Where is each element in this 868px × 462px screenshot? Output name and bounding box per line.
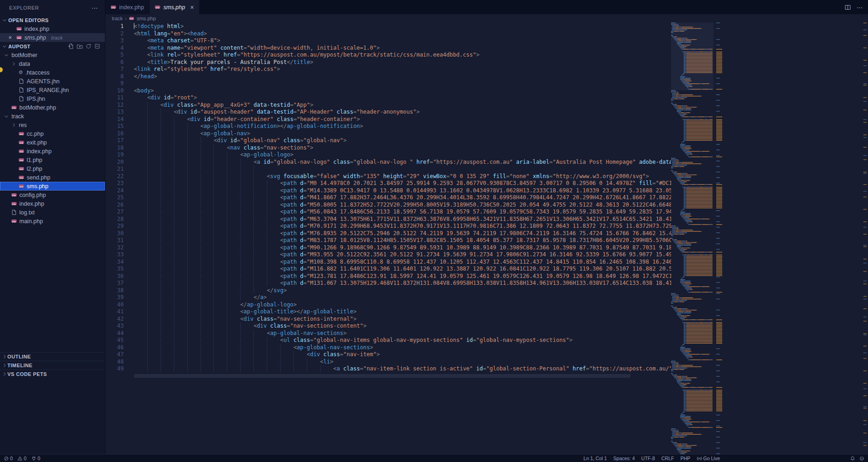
file-item-exit.php[interactable]: phpexit.php xyxy=(0,138,105,147)
tab-sms.php[interactable]: phpsms.php× xyxy=(149,0,199,14)
code-line[interactable]: 5 <link rel="stylesheet" href="https://a… xyxy=(105,52,671,59)
line-number[interactable]: 19 xyxy=(105,151,124,159)
line-number[interactable]: 3 xyxy=(105,37,124,45)
line-number[interactable]: 33 xyxy=(105,251,124,259)
code-text[interactable]: <div id="root"> xyxy=(134,94,671,102)
code-text[interactable]: <nav class="nav-sections"> xyxy=(134,144,671,152)
code-line[interactable]: 47 <div class="nav-item"> xyxy=(105,351,671,358)
line-number[interactable]: 6 xyxy=(105,59,124,66)
code-text[interactable]: </ap-global-logo> xyxy=(134,301,671,309)
code-line[interactable]: 34 <path d="M108.398 8.69958C110.8 8.699… xyxy=(105,259,671,266)
line-number[interactable]: 32 xyxy=(105,244,124,252)
line-number[interactable]: 15 xyxy=(105,123,124,130)
code-text[interactable]: <a id="global-nav-logo" class="global-na… xyxy=(134,159,671,166)
line-number[interactable]: 40 xyxy=(105,301,124,309)
line-number[interactable]: 39 xyxy=(105,294,124,301)
errors-indicator[interactable]: 0 xyxy=(4,456,13,461)
code-line[interactable]: 29 <path d="M70.9171 20.299H68.9453V11.8… xyxy=(105,223,671,230)
code-text[interactable]: <li> xyxy=(134,358,671,366)
open-editors-section-header[interactable]: OPEN EDITORS xyxy=(0,16,105,24)
code-line[interactable]: 13 <div id="auspost-header" data-testid=… xyxy=(105,109,671,116)
file-item-cc.php[interactable]: phpcc.php xyxy=(0,129,105,138)
new-folder-icon[interactable] xyxy=(77,43,83,49)
line-number[interactable]: 27 xyxy=(105,208,124,216)
notification-bell-icon[interactable] xyxy=(850,456,855,461)
workspace-section-header[interactable]: AUPOST xyxy=(0,42,105,51)
code-text[interactable]: <path d="M108.398 8.69958C110.8 8.69958 … xyxy=(134,259,671,266)
new-file-icon[interactable] xyxy=(68,43,74,49)
code-line[interactable]: 3 <meta charset="UTF-8"> xyxy=(105,37,671,45)
line-number[interactable]: 2 xyxy=(105,30,124,38)
code-line[interactable]: 35 <path d="M116.882 11.6401C119.306 11.… xyxy=(105,266,671,273)
file-item-IPS.jhn[interactable]: IPS.jhn xyxy=(0,94,105,103)
code-line[interactable]: 32 <path d="M90.1266 9.18968C90.1266 9.8… xyxy=(105,244,671,252)
feedback-icon[interactable] xyxy=(859,456,864,461)
line-number[interactable]: 38 xyxy=(105,287,124,295)
code-text[interactable]: <div class="nav-item"> xyxy=(134,351,671,358)
code-text[interactable]: <div class="App_app__4xG+3" data-testid=… xyxy=(134,102,671,109)
code-line[interactable]: 23 <path d="M0 14.4978C0 20.7021 3.84597… xyxy=(105,180,671,187)
eol-selector[interactable]: CRLF xyxy=(661,456,674,461)
code-text[interactable]: <path d="M41.8667 17.882H37.2464L36.4376… xyxy=(134,194,671,202)
code-line[interactable]: 1<!doctype html> xyxy=(105,23,671,30)
line-number[interactable]: 7 xyxy=(105,66,124,73)
indentation[interactable]: Spaces: 4 xyxy=(613,456,635,461)
code-text[interactable]: <body> xyxy=(134,87,671,95)
cursor-position[interactable]: Ln 1, Col 1 xyxy=(584,456,607,461)
code-text[interactable]: <div id="auspost-header" data-testid="AP… xyxy=(134,109,671,116)
split-editor-icon[interactable] xyxy=(845,4,851,11)
file-item-sms.php[interactable]: phpsms.php xyxy=(0,182,105,191)
line-number[interactable]: 23 xyxy=(105,180,124,187)
horizontal-scrollbar[interactable] xyxy=(134,374,631,378)
code-text[interactable]: <path d="M131.067 13.3075H129.468V11.837… xyxy=(134,280,671,287)
code-text[interactable]: <path d="M14.3389 0C13.9417 0 13.5488 0.… xyxy=(134,187,671,195)
file-item-IPS_RANGE.jhn[interactable]: IPS_RANGE.jhn xyxy=(0,86,105,94)
code-text[interactable]: <ul class="global-nav-items global-nav-m… xyxy=(134,337,671,344)
code-line[interactable]: 42 <div class="nav-sections-internal"> xyxy=(105,316,671,323)
explorer-more-actions-icon[interactable]: ⋯ xyxy=(92,4,98,12)
code-line[interactable]: 40 </ap-global-logo> xyxy=(105,301,671,309)
code-text[interactable]: <link rel="stylesheet" href="https://aus… xyxy=(134,52,671,59)
code-text[interactable]: <path d="M93.955 20.5122C92.3561 20.5122… xyxy=(134,251,671,259)
code-text[interactable]: <path d="M70.9171 20.299H68.9453V11.8372… xyxy=(134,223,671,230)
code-text[interactable]: </svg> xyxy=(134,287,671,295)
code-line[interactable]: 39 </a> xyxy=(105,294,671,301)
warnings-indicator[interactable]: 0 xyxy=(17,456,27,461)
line-number[interactable]: 11 xyxy=(105,94,124,102)
code-viewport[interactable]: 1<!doctype html>2<html lang="en"><head>3… xyxy=(105,23,671,454)
minimap[interactable] xyxy=(671,23,724,455)
tab-index.php[interactable]: phpindex.php xyxy=(105,0,149,14)
line-number[interactable]: 22 xyxy=(105,173,124,180)
code-line[interactable]: 22 <svg focusable="false" width="135" he… xyxy=(105,173,671,180)
folder-item-track[interactable]: track xyxy=(0,112,105,121)
file-item-l1.php[interactable]: phpl1.php xyxy=(0,156,105,164)
file-item-botMother.php[interactable]: phpbotMother.php xyxy=(0,103,105,112)
code-line[interactable]: 19 <ap-global-logo> xyxy=(105,151,671,159)
code-text[interactable]: <ap-global-nav> xyxy=(134,130,671,138)
line-number[interactable]: 9 xyxy=(105,80,124,87)
code-text[interactable]: <ap-global-nav-sections> xyxy=(134,330,671,337)
line-number[interactable]: 43 xyxy=(105,323,124,330)
line-number[interactable]: 18 xyxy=(105,144,124,152)
outline-section-header[interactable]: OUTLINE xyxy=(0,352,105,361)
code-line[interactable]: 25 <path d="M41.8667 17.882H37.2464L36.4… xyxy=(105,194,671,202)
code-line[interactable]: 8</head> xyxy=(105,73,671,81)
line-number[interactable]: 49 xyxy=(105,365,124,373)
code-line[interactable]: 44 <ap-global-nav-sections> xyxy=(105,330,671,337)
file-item-AGENTS.jhn[interactable]: AGENTS.jhn xyxy=(0,77,105,86)
code-line[interactable]: 10<body> xyxy=(105,87,671,95)
code-text[interactable] xyxy=(134,80,671,87)
refresh-icon[interactable] xyxy=(86,43,92,49)
file-item-index.php[interactable]: phpindex.php xyxy=(0,147,105,156)
line-number[interactable]: 10 xyxy=(105,87,124,95)
line-number[interactable]: 16 xyxy=(105,130,124,138)
line-number[interactable]: 29 xyxy=(105,223,124,230)
file-item-index.php[interactable]: phpindex.php xyxy=(0,199,105,208)
line-number[interactable]: 35 xyxy=(105,266,124,273)
timeline-section-header[interactable]: TIMELINE xyxy=(0,361,105,370)
close-icon[interactable]: × xyxy=(190,4,194,11)
code-line[interactable]: 37 <path d="M131.067 13.3075H129.468V11.… xyxy=(105,280,671,287)
open-editor-sms.php[interactable]: ×phpsms.phptrack xyxy=(0,33,105,42)
close-icon[interactable]: × xyxy=(6,34,14,41)
line-number[interactable]: 30 xyxy=(105,230,124,237)
